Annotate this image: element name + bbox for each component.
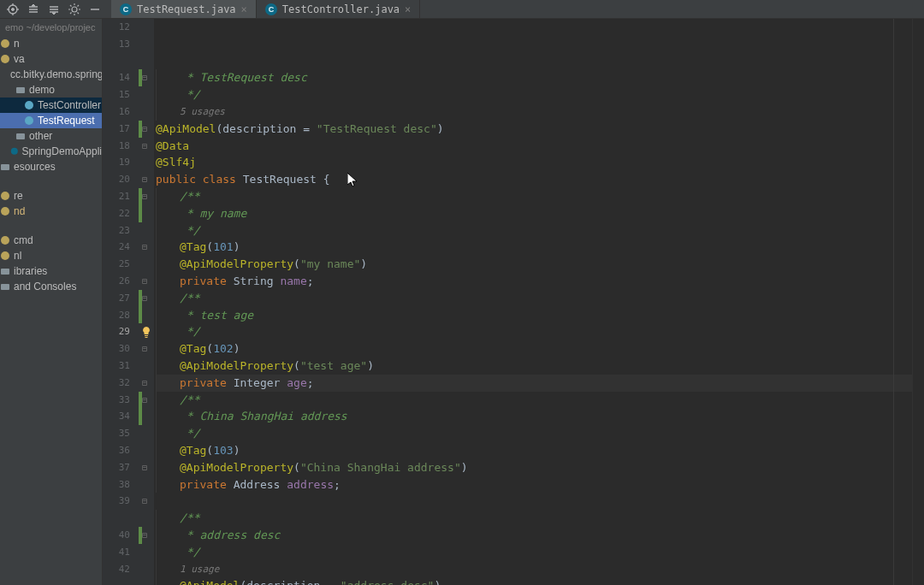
fold-icon[interactable]: ⊟ — [142, 379, 151, 387]
tree-item-label: and Consoles — [14, 281, 76, 292]
fold-icon[interactable]: ⊟ — [142, 74, 151, 82]
editor[interactable]: 1213141516171819202122232425262728293031… — [103, 19, 924, 585]
code-line[interactable]: */ — [156, 222, 912, 239]
tree-item[interactable]: demo — [0, 82, 102, 98]
tree-item[interactable]: cc.bitky.demo.spring — [0, 67, 102, 82]
class-icon — [10, 146, 19, 157]
code-line[interactable]: * my name — [156, 205, 912, 222]
tree-item-label: demo — [29, 84, 55, 96]
fold-icon[interactable]: ⊟ — [142, 345, 151, 353]
code-line[interactable]: * TestRequest desc — [156, 69, 912, 86]
tab-bar: CTestRequest.java×CTestController.java× — [0, 0, 924, 19]
tree-item[interactable]: nd — [0, 204, 102, 219]
fold-icon[interactable]: ⊟ — [142, 125, 151, 133]
code-line[interactable]: @Tag(102) — [156, 340, 912, 358]
tree-item-label: cmd — [14, 234, 33, 246]
code-line[interactable]: private Address address; — [156, 476, 912, 493]
close-icon[interactable]: × — [405, 3, 411, 15]
tree-item[interactable]: other — [0, 128, 102, 144]
fold-icon[interactable]: ⊟ — [142, 175, 151, 184]
svg-point-18 — [11, 148, 18, 155]
usage-hint[interactable]: 1 usage — [156, 561, 912, 578]
fold-icon[interactable]: ⊟ — [142, 464, 151, 472]
intention-bulb-icon[interactable] — [140, 326, 152, 338]
tree-item[interactable]: SpringDemoAppli — [0, 144, 102, 159]
code-line[interactable]: public class TestRequest { — [156, 171, 912, 188]
gutter-marks: ⊟⊟⊟⊟⊟⊟⊟⊟⊟⊟⊟⊟⊟⊟ — [139, 19, 154, 585]
pkg-icon — [0, 38, 10, 49]
fold-icon[interactable]: ⊟ — [142, 142, 151, 151]
code-line[interactable]: @ApiModelProperty("my name") — [156, 256, 912, 273]
code-line[interactable]: @Slf4j — [156, 154, 912, 171]
fold-icon[interactable]: ⊟ — [142, 192, 151, 201]
code-line[interactable]: /** — [156, 392, 912, 409]
editor-tab[interactable]: CTestRequest.java× — [111, 0, 257, 18]
code-line[interactable]: @ApiModel(description = "TestRequest des… — [156, 121, 912, 138]
fold-icon[interactable]: ⊟ — [142, 243, 151, 251]
code-area[interactable]: * TestRequest desc */5 usages@ApiModel(d… — [154, 19, 912, 585]
tree-item-label: nl — [14, 250, 21, 262]
editor-tab[interactable]: CTestController.java× — [257, 0, 421, 18]
svg-point-23 — [1, 251, 9, 260]
tree-item — [0, 219, 102, 233]
tree-item[interactable]: TestController — [0, 98, 102, 113]
folder-icon — [0, 162, 10, 172]
code-line[interactable]: @ApiModelProperty("test age") — [156, 358, 912, 375]
code-line[interactable]: @ApiModel(description = "address desc") — [156, 577, 912, 585]
collapse-all-icon[interactable] — [48, 3, 60, 15]
tree-item[interactable]: cmd — [0, 233, 102, 248]
breadcrumb: emo ~/develop/projec — [0, 19, 102, 36]
tree-item-label: TestRequest — [38, 115, 95, 127]
code-line[interactable]: @ApiModelProperty("China ShangHai addres… — [156, 459, 912, 476]
code-line[interactable]: * China ShangHai address — [156, 408, 912, 425]
code-line[interactable]: @Tag(101) — [156, 239, 912, 256]
code-line[interactable] — [156, 493, 912, 510]
code-line[interactable]: @Data — [156, 138, 912, 155]
svg-point-11 — [1, 39, 9, 48]
class-icon — [24, 100, 34, 110]
minimize-icon[interactable] — [89, 3, 101, 15]
code-line[interactable]: /** — [156, 510, 912, 527]
code-line[interactable]: */ — [156, 544, 912, 561]
tree-item[interactable]: esources — [0, 159, 102, 174]
close-icon[interactable]: × — [241, 3, 247, 15]
tree-item-label: other — [29, 130, 52, 142]
tree-item[interactable]: ibraries — [0, 263, 102, 279]
gear-icon[interactable] — [68, 3, 80, 15]
code-line[interactable]: * test age — [156, 307, 912, 324]
tree-item[interactable]: nl — [0, 248, 102, 263]
code-line[interactable]: @Tag(103) — [156, 442, 912, 459]
tree-item[interactable]: re — [0, 188, 102, 204]
svg-text:C: C — [269, 5, 275, 14]
code-line[interactable]: /** — [156, 290, 912, 307]
pkg-icon — [0, 206, 10, 216]
svg-rect-17 — [16, 133, 25, 139]
usage-hint[interactable]: 5 usages — [156, 103, 912, 121]
vertical-scrollbar[interactable] — [912, 19, 924, 585]
fold-icon[interactable]: ⊟ — [142, 396, 151, 405]
tree-item-label: re — [14, 190, 23, 202]
code-line[interactable]: private Integer age; — [156, 375, 912, 392]
expand-all-icon[interactable] — [27, 3, 39, 15]
code-line[interactable]: */ — [156, 323, 912, 340]
code-line[interactable]: */ — [156, 425, 912, 442]
tree-item[interactable]: and Consoles — [0, 279, 102, 294]
code-line[interactable]: private String name; — [156, 273, 912, 290]
svg-rect-25 — [1, 284, 9, 290]
locate-icon[interactable] — [7, 3, 19, 15]
tree-item-label: ibraries — [14, 265, 47, 277]
project-tree[interactable]: emo ~/develop/projec nvacc.bitky.demo.sp… — [0, 19, 103, 585]
fold-icon[interactable]: ⊟ — [142, 497, 151, 505]
code-line[interactable]: */ — [156, 86, 912, 103]
vcs-change-marker — [139, 121, 142, 138]
fold-icon[interactable]: ⊟ — [142, 294, 151, 303]
tree-item[interactable]: TestRequest — [0, 113, 102, 128]
code-line[interactable]: * address desc — [156, 527, 912, 544]
tree-item[interactable]: va — [0, 51, 102, 67]
svg-point-22 — [1, 236, 9, 245]
code-line[interactable]: /** — [156, 188, 912, 205]
fold-icon[interactable]: ⊟ — [142, 531, 151, 540]
tree-item-label: TestController — [38, 99, 101, 111]
tree-item[interactable]: n — [0, 36, 102, 51]
fold-icon[interactable]: ⊟ — [142, 277, 151, 286]
